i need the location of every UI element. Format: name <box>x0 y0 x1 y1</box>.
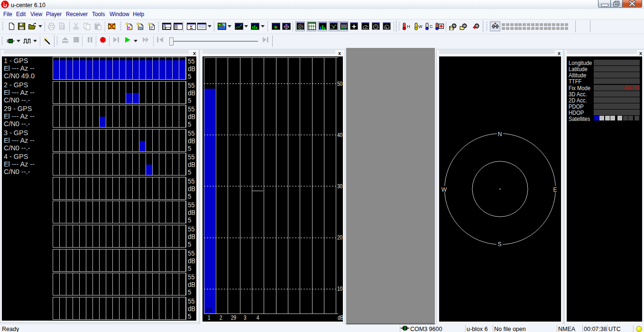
svg-text:S: S <box>497 241 501 248</box>
svg-text:Σ: Σ <box>190 25 193 30</box>
svg-text:C: C <box>430 24 433 29</box>
svg-text:H: H <box>407 24 410 29</box>
svg-text:W: W <box>418 24 423 29</box>
svg-text:N: N <box>498 131 502 138</box>
svg-text:01: 01 <box>139 27 143 30</box>
svg-text:W: W <box>442 186 447 193</box>
svg-text:E: E <box>553 186 557 193</box>
